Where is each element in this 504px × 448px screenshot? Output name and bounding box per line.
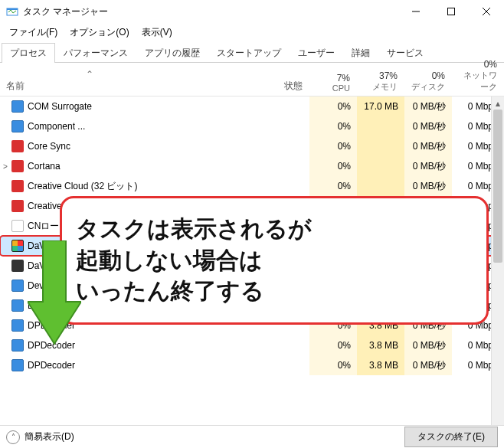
menu-options[interactable]: オプション(O) <box>65 25 133 41</box>
process-cpu: 0% <box>309 355 357 375</box>
end-task-button[interactable]: タスクの終了(E) <box>404 427 498 447</box>
svg-rect-1 <box>7 8 18 10</box>
process-name: Core Sync <box>25 141 233 152</box>
col-cpu[interactable]: 7% CPU <box>309 63 357 96</box>
scroll-thumb[interactable] <box>493 110 502 263</box>
process-disk: 0 MB/秒 <box>404 335 452 355</box>
process-icon <box>11 339 25 352</box>
tab-bar: プロセスパフォーマンスアプリの履歴スタートアップユーザー詳細サービス <box>0 42 504 63</box>
col-status-label: 状態 <box>284 80 303 93</box>
process-mem <box>357 116 404 136</box>
process-name: Creative Cloud (32 ビット) <box>25 180 233 193</box>
process-cpu: 0% <box>309 116 357 136</box>
process-cpu: 0% <box>309 335 357 355</box>
col-network[interactable]: 0% ネットワーク <box>452 63 504 96</box>
col-cpu-label: CPU <box>316 83 350 93</box>
menu-bar: ファイル(F) オプション(O) 表示(V) <box>0 23 504 42</box>
expand-toggle[interactable]: > <box>0 162 11 171</box>
tab-5[interactable]: 詳細 <box>343 43 378 63</box>
process-mem: 3.8 MB <box>357 355 404 375</box>
col-status[interactable]: 状態 <box>233 63 309 96</box>
process-icon <box>11 120 25 132</box>
process-mem <box>357 156 404 176</box>
process-row[interactable]: Creative Cloud (32 ビット)0%0 MB/秒0 Mbps <box>0 176 504 196</box>
svg-marker-6 <box>28 240 81 344</box>
process-icon <box>11 260 25 272</box>
tab-6[interactable]: サービス <box>378 43 432 63</box>
window-title: タスク マネージャー <box>23 5 398 18</box>
process-name: Cortana <box>25 161 233 172</box>
scroll-up-button[interactable]: ▴ <box>492 96 504 110</box>
col-memory[interactable]: 37% メモリ <box>357 63 404 96</box>
process-name: Component ... <box>25 121 233 132</box>
process-mem: 3.8 MB <box>357 335 404 355</box>
process-row[interactable]: DPDecoder0%3.8 MB0 MB/秒0 Mbps <box>0 355 504 375</box>
title-bar: タスク マネージャー <box>0 0 504 23</box>
menu-file[interactable]: ファイル(F) <box>5 25 62 41</box>
process-disk: 0 MB/秒 <box>404 355 452 375</box>
col-cpu-pct: 7% <box>316 73 350 83</box>
process-disk: 0 MB/秒 <box>404 116 452 136</box>
col-name[interactable]: 名前 ⌃ <box>0 63 233 96</box>
process-cpu: 0% <box>309 136 357 156</box>
process-icon <box>11 240 25 252</box>
process-row[interactable]: >Cortana0%0 MB/秒0 Mbps <box>0 156 504 176</box>
annotation-line1: タスクは表示されるが <box>76 214 312 245</box>
bottom-bar: ˄ 簡易表示(D) タスクの終了(E) <box>0 425 504 448</box>
minimize-button[interactable] <box>398 0 434 23</box>
fewer-details-button[interactable]: ˄ 簡易表示(D) <box>6 430 74 444</box>
process-icon <box>11 280 25 292</box>
process-disk: 0 MB/秒 <box>404 176 452 196</box>
tab-1[interactable]: パフォーマンス <box>55 43 136 63</box>
chevron-up-icon: ˄ <box>6 430 20 444</box>
process-cpu: 0% <box>309 96 357 116</box>
maximize-button[interactable] <box>434 0 469 23</box>
process-disk: 0 MB/秒 <box>404 96 452 116</box>
process-name: COM Surrogate <box>25 101 233 112</box>
svg-rect-3 <box>448 8 455 15</box>
close-button[interactable] <box>469 0 504 23</box>
col-disk[interactable]: 0% ディスク <box>404 63 452 96</box>
annotation-line2: 起動しない場合は <box>76 245 312 276</box>
process-row[interactable]: Component ...0%0 MB/秒0 Mbps <box>0 116 504 136</box>
process-cpu: 0% <box>309 156 357 176</box>
process-row[interactable]: COM Surrogate0%17.0 MB0 MB/秒0 Mbps <box>0 96 504 116</box>
annotation-callout: タスクは表示されるが 起動しない場合は いったん終了する <box>60 196 489 325</box>
col-mem-pct: 37% <box>363 70 398 81</box>
process-icon <box>11 319 25 332</box>
process-icon <box>11 200 25 212</box>
process-icon <box>11 359 25 371</box>
process-icon <box>11 140 25 152</box>
tab-3[interactable]: スタートアップ <box>208 43 290 63</box>
process-disk: 0 MB/秒 <box>404 156 452 176</box>
vertical-scrollbar[interactable]: ▴ ▾ <box>491 96 504 447</box>
process-row[interactable]: Core Sync0%0 MB/秒0 Mbps <box>0 136 504 156</box>
annotation-arrow-icon <box>28 240 81 348</box>
col-net-pct: 0% <box>458 59 497 70</box>
scroll-track[interactable] <box>492 110 504 434</box>
sort-indicator-icon: ⌃ <box>86 69 93 80</box>
fewer-details-label: 簡易表示(D) <box>25 430 74 443</box>
app-icon <box>6 5 18 18</box>
process-icon <box>11 220 25 232</box>
process-mem: 17.0 MB <box>357 96 404 116</box>
process-mem <box>357 136 404 156</box>
annotation-text: タスクは表示されるが 起動しない場合は いったん終了する <box>76 214 312 307</box>
tab-4[interactable]: ユーザー <box>290 43 343 63</box>
col-mem-label: メモリ <box>363 81 398 93</box>
col-net-label: ネットワーク <box>458 70 497 93</box>
tab-2[interactable]: アプリの履歴 <box>136 43 208 63</box>
annotation-line3: いったん終了する <box>76 276 312 307</box>
menu-view[interactable]: 表示(V) <box>137 25 177 41</box>
process-icon <box>11 100 25 113</box>
process-icon <box>11 299 25 312</box>
process-icon <box>11 180 25 192</box>
process-disk: 0 MB/秒 <box>404 136 452 156</box>
process-icon <box>11 160 25 172</box>
process-cpu: 0% <box>309 176 357 196</box>
col-disk-label: ディスク <box>411 81 445 93</box>
process-mem <box>357 176 404 196</box>
tab-0[interactable]: プロセス <box>2 43 55 63</box>
col-name-label: 名前 <box>6 80 25 93</box>
process-name: DPDecoder <box>25 360 233 371</box>
